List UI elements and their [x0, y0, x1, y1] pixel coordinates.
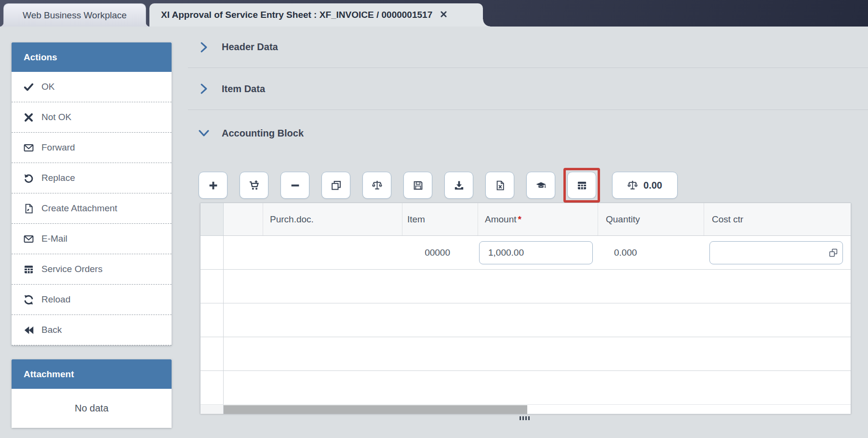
table-header-row: Purch.doc. Item Amount* Quantity Cost ct…: [200, 203, 851, 236]
balance-total-button[interactable]: 0.00: [612, 172, 678, 199]
graduation-cap-icon: [536, 180, 546, 191]
balance-icon: [372, 180, 382, 191]
row-selector-cell[interactable]: [200, 236, 224, 269]
actions-panel: Actions OKNot OKForwardReplaceCreate Att…: [12, 42, 172, 345]
value-help-icon[interactable]: [829, 248, 838, 257]
action-item-reload[interactable]: Reload: [12, 285, 172, 315]
section-label: Accounting Block: [222, 128, 304, 139]
table-row-empty: [200, 270, 851, 303]
add-purchase-item-button[interactable]: [240, 172, 268, 199]
check-icon: [24, 82, 34, 92]
undo-icon: [24, 173, 34, 183]
cell-item: 00000: [402, 236, 478, 269]
row-selector-cell[interactable]: [200, 270, 224, 303]
action-item-label: Create Attachment: [41, 203, 117, 214]
header-cell-amount: Amount*: [478, 203, 598, 235]
section-item-data[interactable]: Item Data: [188, 68, 868, 110]
envelope-icon: [24, 143, 34, 153]
section-header-data[interactable]: Header Data: [188, 27, 868, 68]
section-accounting-block[interactable]: Accounting Block: [188, 110, 868, 156]
chevron-down-icon: [199, 128, 209, 138]
table-settings-button[interactable]: [567, 172, 596, 199]
tab-web-business-workplace[interactable]: Web Business Workplace: [3, 3, 146, 27]
cell-purch-doc: [263, 236, 402, 269]
action-item-label: Replace: [41, 173, 75, 183]
table-row-empty: [200, 337, 851, 371]
download-button[interactable]: [444, 172, 473, 199]
amount-input[interactable]: 1,000.00: [479, 241, 593, 264]
action-item-service-orders[interactable]: Service Orders: [12, 254, 172, 285]
add-row-button[interactable]: [199, 172, 227, 199]
header-cell-purch-doc: Purch.doc.: [263, 203, 402, 235]
action-item-label: OK: [41, 82, 54, 92]
header-cell-selector: [200, 203, 224, 235]
cell-cost-ctr: [704, 236, 851, 269]
highlight-annotation: [563, 168, 600, 203]
file-pdf-icon: [24, 204, 34, 214]
action-item-label: Not OK: [41, 112, 71, 123]
table-row-empty: [200, 303, 851, 337]
header-cell-spacer: [224, 203, 263, 235]
horizontal-scrollbar[interactable]: [224, 405, 851, 414]
header-cell-quantity: Quantity: [598, 203, 704, 235]
copy-row-button[interactable]: [321, 172, 350, 199]
action-item-label: Service Orders: [41, 264, 103, 274]
table-footer: [200, 404, 851, 414]
chevron-right-icon: [199, 42, 209, 53]
envelope-icon: [24, 234, 34, 244]
chevron-right-icon: [199, 83, 209, 94]
copy-icon: [331, 180, 341, 191]
cart-plus-icon: [249, 180, 259, 191]
balance-icon: [628, 180, 638, 191]
app-window: Web Business Workplace XI Approval of Se…: [0, 0, 868, 438]
section-label: Item Data: [222, 83, 265, 95]
tab-close-button[interactable]: [440, 10, 447, 20]
save-button[interactable]: [403, 172, 432, 199]
attachment-empty-text: No data: [12, 389, 172, 428]
close-icon: [440, 11, 447, 18]
top-tab-bar: Web Business Workplace XI Approval of Se…: [0, 0, 868, 27]
actions-panel-header: Actions: [12, 42, 172, 72]
tab-label: XI Approval of Service Entry Sheet : XF_…: [161, 10, 432, 20]
cell-quantity: 0.000: [598, 236, 704, 269]
minus-icon: [290, 180, 300, 191]
accounting-toolbar: 0.00: [188, 168, 868, 203]
grid-icon: [24, 264, 34, 274]
export-excel-button[interactable]: [485, 172, 514, 199]
grid-icon: [577, 180, 587, 191]
action-item-back[interactable]: Back: [12, 315, 172, 345]
header-cell-cost-ctr: Cost ctr: [704, 203, 851, 235]
row-selector-cell[interactable]: [200, 371, 224, 404]
training-button[interactable]: [526, 172, 555, 199]
accounting-table: Purch.doc. Item Amount* Quantity Cost ct…: [200, 203, 851, 414]
plus-icon: [208, 180, 218, 191]
file-excel-icon: [495, 180, 505, 191]
save-icon: [413, 180, 423, 191]
table-resize-handle[interactable]: [520, 416, 530, 420]
action-item-not-ok[interactable]: Not OK: [12, 102, 172, 133]
horizontal-scrollbar-thumb[interactable]: [224, 405, 527, 414]
action-item-label: E-Mail: [41, 233, 67, 244]
table-row: 00000 1,000.00 0.000: [200, 236, 851, 270]
cell-amount: 1,000.00: [478, 236, 598, 269]
actions-list: OKNot OKForwardReplaceCreate AttachmentE…: [12, 72, 172, 345]
row-selector-cell[interactable]: [200, 337, 224, 370]
action-item-ok[interactable]: OK: [12, 72, 172, 102]
section-label: Header Data: [222, 41, 278, 53]
balance-check-button[interactable]: [362, 172, 391, 199]
cell-spacer: [224, 236, 263, 269]
action-item-e-mail[interactable]: E-Mail: [12, 224, 172, 254]
times-icon: [24, 112, 34, 123]
action-item-create-attachment[interactable]: Create Attachment: [12, 193, 172, 224]
action-item-label: Back: [41, 325, 62, 335]
action-item-replace[interactable]: Replace: [12, 163, 172, 193]
action-item-forward[interactable]: Forward: [12, 133, 172, 163]
required-marker: *: [518, 214, 521, 225]
attachment-panel: Attachment No data: [12, 359, 172, 428]
row-selector-cell[interactable]: [200, 303, 224, 337]
remove-row-button[interactable]: [280, 172, 309, 199]
cost-ctr-input[interactable]: [709, 241, 843, 264]
action-item-label: Reload: [41, 294, 70, 305]
tab-approval-service-entry-sheet[interactable]: XI Approval of Service Entry Sheet : XF_…: [149, 3, 483, 27]
attachment-panel-header: Attachment: [12, 359, 172, 389]
